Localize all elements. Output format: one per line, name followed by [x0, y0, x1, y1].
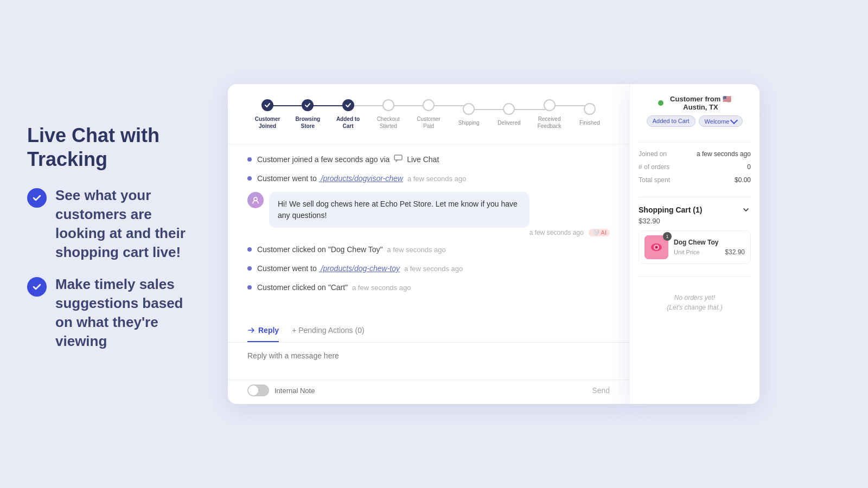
svg-point-5 [655, 246, 658, 249]
chevron-down-icon [730, 117, 738, 124]
step-label-9: Finished [579, 119, 600, 126]
ai-message-row: Hi! We sell dog chews here at Echo Pet S… [247, 192, 610, 236]
ai-bubble: Hi! We sell dog chews here at Echo Pet S… [269, 192, 529, 228]
page-title: Live Chat with Tracking [27, 124, 201, 170]
messages-area: Customer joined a few seconds ago via Li… [228, 144, 629, 319]
event-dot-5 [247, 285, 252, 290]
cart-item-price: $32.90 [725, 248, 745, 256]
joined-label: Joined on [639, 150, 667, 158]
step-circle-6 [463, 103, 475, 115]
step-circle-3 [342, 99, 354, 111]
svg-rect-0 [394, 155, 402, 160]
check-icon-2 [27, 277, 47, 297]
step-label-3: Added toCart [336, 115, 360, 130]
event-dot-1 [247, 157, 252, 162]
orders-label: # of orders [639, 163, 669, 171]
cart-item-price-row: Unit Price $32.90 [674, 248, 745, 256]
divider-3 [639, 276, 751, 277]
progress-bar-container: CustomerJoined BrowsingStore Add [228, 84, 629, 144]
step-circle-1 [261, 99, 273, 111]
cart-header: Shopping Cart (1) [639, 205, 751, 215]
cart-title: Shopping Cart (1) [639, 206, 702, 214]
event-text-5: Customer clicked on "Cart" a few seconds… [257, 282, 411, 293]
step-checkout-started[interactable]: CheckoutStarted [368, 99, 409, 130]
reply-tabs: Reply + Pending Actions (0) [228, 319, 629, 343]
svg-point-1 [254, 197, 257, 201]
badge-welcome[interactable]: Welcome [699, 115, 743, 127]
feature-item-2: Make timely sales suggestions based on w… [27, 275, 201, 351]
step-circle-2 [302, 99, 314, 111]
chat-panel: CustomerJoined BrowsingStore Add [228, 84, 629, 404]
cart-toggle[interactable] [741, 205, 751, 215]
feature-text-1: See what your customers are looking at a… [55, 186, 201, 262]
step-delivered[interactable]: Delivered [489, 103, 529, 126]
step-browsing-store[interactable]: BrowsingStore [288, 99, 328, 130]
ai-bubble-wrapper: Hi! We sell dog chews here at Echo Pet S… [269, 192, 610, 236]
tab-pending[interactable]: + Pending Actions (0) [292, 319, 364, 342]
check-icon-1 [27, 188, 47, 208]
step-circle-9 [584, 103, 596, 115]
reply-icon [247, 326, 255, 334]
divider-2 [639, 197, 751, 197]
ai-bubble-meta: a few seconds ago 🤍 AI [269, 229, 610, 236]
event-time-3: a few seconds ago [387, 246, 445, 254]
internal-note-toggle[interactable]: Internal Note [247, 384, 315, 396]
step-customer-joined[interactable]: CustomerJoined [247, 99, 288, 130]
event-time-2: a few seconds ago [407, 175, 466, 183]
info-row-orders: # of orders 0 [639, 163, 751, 171]
link-dogvisor[interactable]: /products/dogvisor-chew [319, 174, 403, 183]
event-text-4: Customer went to /products/dog-chew-toy … [257, 263, 463, 274]
send-button[interactable]: Send [592, 386, 610, 395]
chat-icon [394, 155, 403, 162]
left-panel: Live Chat with Tracking See what your cu… [0, 91, 228, 396]
customer-badges: Added to Cart Welcome [639, 115, 751, 127]
customer-status-row: Customer from 🇺🇸Austin, TX [639, 95, 751, 111]
step-label-5: CustomerPaid [417, 115, 440, 130]
cart-item-1: 1 Dog Chew Toy Unit Price $32.90 [639, 230, 751, 264]
reply-footer: Internal Note Send [228, 380, 629, 404]
step-label-8: ReceivedFeedback [538, 115, 561, 130]
event-text-1: Customer joined a few seconds ago via Li… [257, 154, 439, 165]
step-customer-paid[interactable]: CustomerPaid [409, 99, 449, 130]
link-dog-chew-toy[interactable]: /products/dog-chew-toy [319, 264, 400, 273]
divider-1 [639, 142, 751, 143]
right-panel: Customer from 🇺🇸Austin, TX Added to Cart… [629, 84, 760, 404]
step-label-2: BrowsingStore [296, 115, 321, 130]
cart-item-details: Dog Chew Toy Unit Price $32.90 [674, 239, 745, 256]
cart-item-name: Dog Chew Toy [674, 239, 745, 246]
tab-reply[interactable]: Reply [247, 319, 279, 342]
step-added-to-cart[interactable]: Added toCart [328, 99, 368, 130]
event-text-3: Customer clicked on "Dog Chew Toy" a few… [257, 244, 446, 255]
event-clicked-toy: Customer clicked on "Dog Chew Toy" a few… [247, 244, 610, 255]
feature-list: See what your customers are looking at a… [27, 186, 201, 351]
tab-pending-label: + Pending Actions (0) [292, 326, 364, 335]
cart-item-qty-badge: 1 [663, 232, 672, 241]
step-circle-5 [423, 99, 435, 111]
cart-item-image: 1 [644, 235, 668, 259]
internal-note-label: Internal Note [275, 387, 315, 395]
reply-input[interactable] [247, 351, 610, 371]
toggle-switch[interactable] [247, 384, 269, 396]
step-label-4: CheckoutStarted [377, 115, 400, 130]
ai-avatar [247, 192, 264, 208]
orders-value: 0 [747, 163, 751, 171]
step-label-6: Shipping [458, 119, 480, 126]
feature-item-1: See what your customers are looking at a… [27, 186, 201, 262]
badge-added-to-cart: Added to Cart [647, 115, 695, 127]
event-text-2: Customer went to /products/dogvisor-chew… [257, 173, 466, 184]
progress-track: CustomerJoined BrowsingStore Add [247, 99, 610, 130]
joined-value: a few seconds ago [697, 150, 751, 158]
ai-badge: 🤍 AI [589, 229, 610, 236]
step-label-1: CustomerJoined [255, 115, 280, 130]
step-circle-8 [544, 99, 556, 111]
cart-item-unit-label: Unit Price [674, 249, 700, 255]
info-row-joined: Joined on a few seconds ago [639, 150, 751, 158]
flag: 🇺🇸 [723, 95, 731, 103]
event-time-4: a few seconds ago [404, 265, 463, 273]
event-went-toy: Customer went to /products/dog-chew-toy … [247, 263, 610, 274]
step-label-7: Delivered [497, 119, 520, 126]
event-dot-2 [247, 176, 252, 181]
step-received-feedback[interactable]: ReceivedFeedback [529, 99, 570, 130]
customer-location: Customer from 🇺🇸Austin, TX [670, 95, 731, 111]
cart-total: $32.90 [639, 217, 751, 225]
